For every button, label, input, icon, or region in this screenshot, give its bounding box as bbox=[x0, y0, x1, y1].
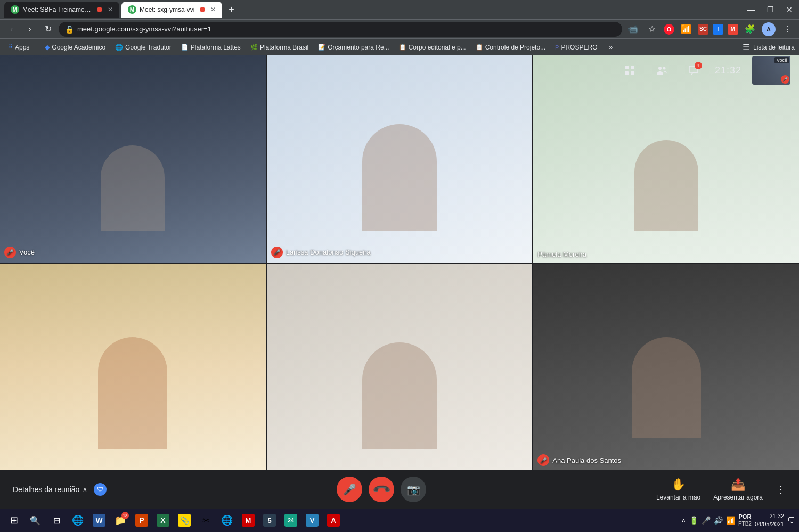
snip-icon: ✂ bbox=[202, 515, 209, 526]
grid-view-button[interactable] bbox=[619, 60, 640, 81]
tab-1-favicon: M bbox=[11, 5, 19, 14]
back-button[interactable]: ‹ bbox=[4, 22, 19, 37]
opera-icon[interactable]: O bbox=[664, 24, 674, 35]
app5-icon: 5 bbox=[263, 514, 276, 527]
meeting-details-button[interactable]: Detalhes da reunião ∧ bbox=[13, 485, 87, 494]
reading-list[interactable]: ☰ Lista de leitura bbox=[743, 42, 795, 52]
more-options-button[interactable]: ⋮ bbox=[776, 483, 786, 496]
prospero-icon: P bbox=[555, 44, 559, 51]
bookmark-apps[interactable]: ⠿ Apps bbox=[4, 42, 34, 53]
chrome-icon: 🌐 bbox=[72, 514, 84, 526]
menu-icon[interactable]: ⋮ bbox=[780, 22, 795, 37]
more-bookmarks[interactable]: » bbox=[605, 42, 617, 53]
camera-icon[interactable]: 📹 bbox=[625, 22, 640, 37]
taskbar-time-display: 21:32 bbox=[755, 512, 784, 520]
call-controls: 🎤 📞 📷 bbox=[337, 477, 426, 502]
mute-icon-2: 🎤 bbox=[271, 247, 283, 258]
svg-point-5 bbox=[663, 67, 665, 70]
bookmark-controle-projeto[interactable]: 📋 Controle de Projeto... bbox=[471, 42, 550, 53]
video-grid: 🎤 Você 🎤 Larissa Donalonso Siqueira Pâme… bbox=[0, 55, 799, 470]
ext-puzzle-icon[interactable]: 🧩 bbox=[743, 22, 757, 37]
notification-button[interactable]: 🗨 bbox=[787, 516, 795, 525]
taskbar-app-mindmap[interactable]: M bbox=[239, 511, 258, 530]
bookmark-prospero[interactable]: P PROSPERO bbox=[551, 42, 601, 53]
participant-cell-4 bbox=[0, 264, 266, 471]
ext-m-icon[interactable]: M bbox=[728, 24, 738, 35]
present-now-label: Apresentar agora bbox=[713, 494, 763, 501]
taskbar-start[interactable]: ⊞ bbox=[4, 511, 23, 530]
maximize-button[interactable]: ❐ bbox=[765, 4, 776, 15]
profile-avatar[interactable]: A bbox=[762, 22, 776, 36]
svg-rect-3 bbox=[631, 71, 634, 75]
bookmark-tradutor[interactable]: 🌐 Google Tradutor bbox=[111, 42, 176, 53]
bookmark-orcamento[interactable]: 📝 Orçamento para Re... bbox=[314, 42, 393, 53]
meeting-timer: 21:32 bbox=[715, 65, 741, 76]
taskbar-powerpoint[interactable]: P bbox=[132, 511, 151, 530]
taskbar-excel[interactable]: X bbox=[153, 511, 173, 530]
participants-button[interactable] bbox=[651, 60, 672, 81]
star-icon[interactable]: ☆ bbox=[645, 22, 659, 37]
bookmark-plataforma-brasil[interactable]: 🌿 Plataforma Brasil bbox=[246, 42, 313, 53]
bookmarks-separator bbox=[37, 42, 37, 53]
taskbar: ⊞ 🔍 ⊟ 🌐 W 📁 18 P X 📎 ✂ 🌐 bbox=[0, 509, 799, 532]
security-shield-icon: 🛡 bbox=[94, 483, 107, 496]
bottom-left-section: Detalhes da reunião ∧ 🛡 bbox=[13, 483, 107, 496]
address-bar: ‹ › ↻ 🔒 meet.google.com/sxg-ymsa-vvi?aut… bbox=[0, 19, 799, 38]
minimize-button[interactable]: — bbox=[746, 4, 756, 15]
reading-list-label: Lista de leitura bbox=[753, 44, 795, 51]
tab-2[interactable]: M Meet: sxg-ymsa-vvi ✕ bbox=[121, 2, 222, 18]
taskbar-task-view[interactable]: ⊟ bbox=[47, 511, 66, 530]
close-button[interactable]: ✕ bbox=[784, 4, 795, 15]
taskbar-app-24[interactable]: 24 bbox=[281, 511, 300, 530]
taskbar-clock[interactable]: 21:32 04/05/2021 bbox=[755, 512, 784, 529]
new-tab-button[interactable]: + bbox=[224, 2, 239, 18]
hand-icon: ✋ bbox=[671, 478, 686, 492]
cell-6-person bbox=[632, 337, 701, 438]
address-input[interactable]: 🔒 meet.google.com/sxg-ymsa-vvi?authuser=… bbox=[59, 22, 622, 37]
self-view-thumbnail: Você 🎤 bbox=[752, 56, 790, 85]
ext-sc-icon[interactable]: SC bbox=[698, 24, 708, 35]
participant-cell-2: 🎤 Larissa Donalonso Siqueira bbox=[267, 55, 533, 263]
tab-1[interactable]: M Meet: SBFa Treinamento - A ✕ bbox=[4, 2, 119, 18]
taskbar-chrome2[interactable]: 🌐 bbox=[217, 511, 237, 530]
tab-1-close[interactable]: ✕ bbox=[108, 6, 113, 13]
taskbar-app-v[interactable]: V bbox=[303, 511, 322, 530]
chat-button[interactable]: 1 bbox=[683, 60, 704, 81]
ext-fb-icon[interactable]: f bbox=[713, 24, 723, 35]
word-icon: W bbox=[93, 514, 105, 527]
taskbar-speaker-icon[interactable]: 🔊 bbox=[714, 516, 723, 525]
address-text: meet.google.com/sxg-ymsa-vvi?authuser=1 bbox=[77, 25, 211, 33]
self-mute-indicator: 🎤 bbox=[781, 75, 789, 84]
taskbar-explorer[interactable]: 📁 18 bbox=[111, 511, 130, 530]
present-now-button[interactable]: 📤 Apresentar agora bbox=[713, 478, 763, 501]
refresh-button[interactable]: ↻ bbox=[40, 22, 55, 37]
tray-arrow-icon[interactable]: ∧ bbox=[681, 517, 686, 524]
signal-icon: 📶 bbox=[679, 22, 694, 37]
taskbar-snip[interactable]: ✂ bbox=[196, 511, 215, 530]
bookmark-lattes[interactable]: 📄 Plataforma Lattes bbox=[177, 42, 245, 53]
raise-hand-button[interactable]: ✋ Levantar a mão bbox=[656, 478, 700, 501]
camera-toggle-button[interactable]: 📷 bbox=[401, 477, 426, 502]
bottom-right-section: ✋ Levantar a mão 📤 Apresentar agora ⋮ bbox=[656, 478, 786, 501]
tradutor-label: Google Tradutor bbox=[125, 44, 172, 51]
bookmark-corpo-editorial[interactable]: 📋 Corpo editorial e p... bbox=[395, 42, 470, 53]
taskbar-network-icon[interactable]: 📶 bbox=[726, 516, 735, 525]
end-call-button[interactable]: 📞 bbox=[363, 471, 399, 508]
taskbar-app-5[interactable]: 5 bbox=[260, 511, 279, 530]
mute-icon-1: 🎤 bbox=[4, 247, 16, 258]
taskbar-search[interactable]: 🔍 bbox=[26, 511, 45, 530]
mute-button[interactable]: 🎤 bbox=[337, 477, 362, 502]
taskbar-adobe[interactable]: A bbox=[324, 511, 343, 530]
taskbar-sticky-notes[interactable]: 📎 bbox=[175, 511, 194, 530]
controle-label: Controle de Projeto... bbox=[485, 44, 545, 51]
app24-icon: 24 bbox=[284, 514, 297, 527]
task-view-icon: ⊟ bbox=[53, 515, 60, 526]
tab-2-close[interactable]: ✕ bbox=[210, 6, 216, 13]
taskbar-chrome[interactable]: 🌐 bbox=[68, 511, 87, 530]
title-bar: M Meet: SBFa Treinamento - A ✕ M Meet: s… bbox=[0, 0, 799, 19]
bookmarks-bar: ⠿ Apps ◆ Google Acadêmico 🌐 Google Tradu… bbox=[0, 38, 799, 55]
svg-rect-2 bbox=[625, 71, 629, 75]
taskbar-word[interactable]: W bbox=[89, 511, 109, 530]
bookmark-google-academico[interactable]: ◆ Google Acadêmico bbox=[40, 42, 110, 53]
forward-button[interactable]: › bbox=[22, 22, 37, 37]
